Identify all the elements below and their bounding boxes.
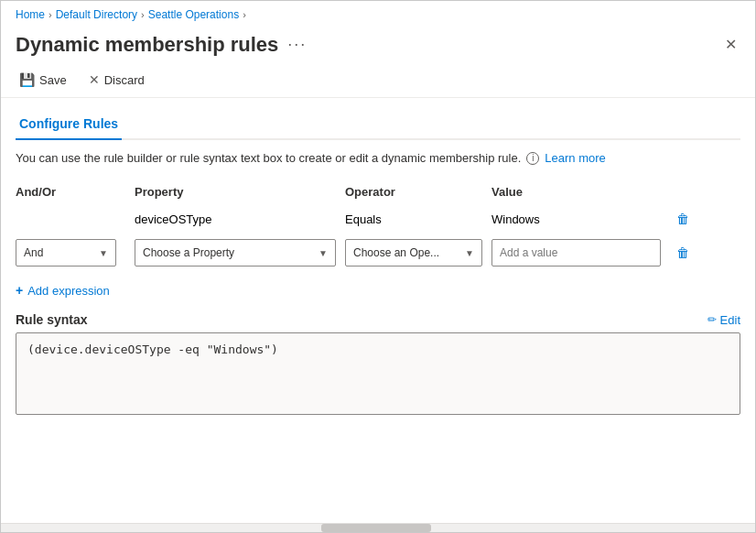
value-input[interactable] bbox=[491, 239, 661, 266]
more-options-button[interactable]: ··· bbox=[287, 35, 307, 54]
add-expression-label: Add expression bbox=[27, 284, 110, 298]
col-header-property: Property bbox=[135, 185, 345, 199]
row-value: Windows bbox=[491, 212, 675, 226]
col-header-operator: Operator bbox=[345, 185, 491, 199]
toolbar: 💾 Save ✕ Discard bbox=[1, 64, 755, 98]
discard-icon: ✕ bbox=[89, 72, 100, 87]
andor-dropdown-cell: And ▼ bbox=[16, 239, 135, 266]
main-window: Home › Default Directory › Seattle Opera… bbox=[0, 0, 756, 533]
tab-configure-rules[interactable]: Configure Rules bbox=[16, 109, 122, 140]
discard-label: Discard bbox=[104, 73, 145, 87]
operator-chevron-icon: ▼ bbox=[465, 248, 474, 258]
add-expression-button[interactable]: + Add expression bbox=[16, 279, 110, 301]
breadcrumb-sep-3: › bbox=[243, 9, 246, 20]
andor-chevron-icon: ▼ bbox=[99, 248, 108, 258]
col-header-value: Value bbox=[491, 185, 675, 199]
save-label: Save bbox=[39, 73, 67, 87]
rule-syntax-box: (device.deviceOSType -eq "Windows") bbox=[16, 332, 740, 415]
new-expression-row: And ▼ Choose a Property ▼ Choose an Ope.… bbox=[16, 234, 740, 272]
col-header-actions bbox=[675, 185, 711, 199]
edit-label: Edit bbox=[720, 313, 740, 327]
andor-dropdown-label: And bbox=[24, 246, 43, 259]
discard-button[interactable]: ✕ Discard bbox=[85, 70, 148, 90]
col-header-andor: And/Or bbox=[16, 185, 135, 199]
breadcrumb-home[interactable]: Home bbox=[16, 8, 45, 21]
property-chevron-icon: ▼ bbox=[319, 248, 328, 258]
rule-syntax-header: Rule syntax ✏ Edit bbox=[16, 312, 740, 327]
row-operator: Equals bbox=[345, 212, 491, 226]
description-text: You can use the rule builder or rule syn… bbox=[16, 151, 521, 165]
scrollbar-thumb[interactable] bbox=[321, 524, 431, 532]
pencil-icon: ✏ bbox=[707, 313, 717, 326]
rule-syntax-title: Rule syntax bbox=[16, 312, 88, 327]
property-dropdown-cell: Choose a Property ▼ bbox=[135, 239, 345, 266]
breadcrumb-default-directory[interactable]: Default Directory bbox=[56, 8, 137, 21]
plus-icon: + bbox=[16, 283, 23, 298]
table-header: And/Or Property Operator Value bbox=[16, 179, 740, 204]
info-icon[interactable]: i bbox=[526, 152, 539, 165]
property-dropdown[interactable]: Choose a Property ▼ bbox=[135, 239, 336, 266]
horizontal-scrollbar[interactable] bbox=[1, 523, 755, 532]
breadcrumb: Home › Default Directory › Seattle Opera… bbox=[1, 1, 755, 28]
new-row-delete-cell: 🗑 bbox=[675, 244, 711, 262]
andor-dropdown[interactable]: And ▼ bbox=[16, 239, 116, 266]
save-icon: 💾 bbox=[19, 72, 35, 87]
operator-dropdown[interactable]: Choose an Ope... ▼ bbox=[345, 239, 482, 266]
description-row: You can use the rule builder or rule syn… bbox=[16, 151, 740, 165]
property-dropdown-label: Choose a Property bbox=[143, 246, 234, 259]
title-left: Dynamic membership rules ··· bbox=[16, 33, 307, 57]
tab-bar: Configure Rules bbox=[16, 109, 740, 140]
title-bar: Dynamic membership rules ··· ✕ bbox=[1, 28, 755, 64]
operator-dropdown-cell: Choose an Ope... ▼ bbox=[345, 239, 491, 266]
rule-syntax-section: Rule syntax ✏ Edit (device.deviceOSType … bbox=[16, 312, 740, 415]
content-area: Configure Rules You can use the rule bui… bbox=[1, 98, 755, 523]
operator-dropdown-label: Choose an Ope... bbox=[353, 246, 439, 259]
breadcrumb-sep-1: › bbox=[49, 9, 52, 20]
delete-new-row-button[interactable]: 🗑 bbox=[675, 244, 691, 262]
save-button[interactable]: 💾 Save bbox=[16, 70, 70, 90]
value-input-cell bbox=[491, 239, 675, 266]
delete-row-button[interactable]: 🗑 bbox=[675, 210, 691, 228]
page-title: Dynamic membership rules bbox=[16, 33, 278, 57]
row-delete[interactable]: 🗑 bbox=[675, 210, 711, 228]
learn-more-link[interactable]: Learn more bbox=[545, 151, 605, 165]
breadcrumb-sep-2: › bbox=[141, 9, 145, 20]
breadcrumb-seattle-operations[interactable]: Seattle Operations bbox=[148, 8, 239, 21]
table-row: deviceOSType Equals Windows 🗑 bbox=[16, 204, 740, 234]
row-property: deviceOSType bbox=[135, 212, 345, 226]
close-button[interactable]: ✕ bbox=[721, 32, 740, 57]
edit-button[interactable]: ✏ Edit bbox=[707, 313, 740, 327]
